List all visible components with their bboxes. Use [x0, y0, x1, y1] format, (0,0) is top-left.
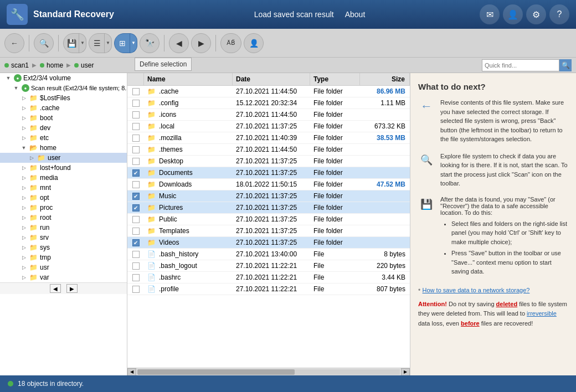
prev-button[interactable]: ◀: [169, 33, 189, 53]
breadcrumb-user[interactable]: user: [74, 61, 94, 69]
list-button[interactable]: ☰: [89, 33, 105, 53]
file-list-header: Name Date Type Size: [127, 73, 410, 86]
file-check-videos[interactable]: ✔: [127, 239, 144, 246]
file-check-pictures[interactable]: ✔: [127, 204, 144, 212]
tree-item-sys[interactable]: ▷ 📁 sys: [0, 243, 127, 252]
file-check-bash-logout[interactable]: [127, 262, 144, 270]
file-name-bashrc[interactable]: 📄.bashrc: [144, 272, 233, 283]
file-name-downloads[interactable]: 📁Downloads: [144, 179, 233, 190]
attention-irreversible: irreversible: [527, 310, 557, 317]
file-type-videos: File folder: [310, 237, 360, 248]
col-header-size[interactable]: Size: [360, 73, 410, 85]
file-check-music[interactable]: ✔: [127, 193, 144, 200]
file-check-cache[interactable]: [127, 88, 144, 95]
file-name-desktop[interactable]: 📁Desktop: [144, 156, 233, 167]
file-check-documents[interactable]: ✔: [127, 169, 144, 177]
file-name-themes[interactable]: 📁.themes: [144, 144, 233, 155]
file-check-profile[interactable]: [127, 286, 144, 293]
tree-item-ext234[interactable]: ▼ ● Ext2/3/4 volume: [0, 73, 127, 83]
tree-scroll-left[interactable]: ◀: [50, 284, 61, 293]
file-name-profile[interactable]: 📄.profile: [144, 283, 233, 295]
file-name-config[interactable]: 📁.config: [144, 97, 233, 109]
file-name-public[interactable]: 📁Public: [144, 214, 233, 225]
file-check-public[interactable]: [127, 216, 144, 223]
save-button[interactable]: 💾: [63, 33, 80, 53]
define-selection-popup[interactable]: Define selection: [135, 58, 192, 71]
file-name-pictures[interactable]: 📁Pictures: [144, 202, 233, 213]
file-name-icons[interactable]: 📁.icons: [144, 109, 233, 120]
help-button[interactable]: ?: [549, 4, 569, 24]
file-name-bash-logout[interactable]: 📄.bash_logout: [144, 260, 233, 271]
tree-item-dev[interactable]: ▷ 📁 dev: [0, 123, 127, 133]
file-name-templates[interactable]: 📁Templates: [144, 225, 233, 236]
file-check-config[interactable]: [127, 100, 144, 107]
person-button[interactable]: 👤: [244, 33, 264, 53]
file-check-downloads[interactable]: [127, 181, 144, 188]
message-button[interactable]: ✉: [480, 4, 500, 24]
tree-scroll-right[interactable]: ▶: [66, 284, 78, 293]
network-storage-link[interactable]: How to save data to a network storage?: [423, 287, 530, 293]
scroll-right-arrow[interactable]: ▶: [401, 368, 410, 376]
ab-button[interactable]: ÄB̈: [220, 33, 241, 53]
folder-icon-var: 📁: [29, 274, 38, 281]
tree-item-usr[interactable]: ▷ 📁 usr: [0, 262, 127, 272]
quick-find-button[interactable]: 🔍: [559, 59, 572, 71]
tree-item-user[interactable]: ▷ 📁 user: [0, 153, 127, 163]
scan-button[interactable]: 🔍: [34, 33, 54, 53]
tree-item-var[interactable]: ▷ 📁 var: [0, 272, 127, 282]
file-size-bash-history: 8 bytes: [360, 249, 410, 260]
tree-item-cache[interactable]: ▷ 📁 .cache: [0, 103, 127, 113]
view-arrow[interactable]: ▼: [130, 33, 137, 53]
file-check-mozilla[interactable]: [127, 135, 144, 142]
file-name-bash-history[interactable]: 📄.bash_history: [144, 249, 233, 260]
file-name-videos[interactable]: 📁Videos: [144, 237, 233, 248]
tree-item-home[interactable]: ▼ 📂 home: [0, 143, 127, 153]
tree-item-etc[interactable]: ▷ 📁 etc: [0, 133, 127, 143]
tree-item-lostfiles[interactable]: ▷ 📁 $LostFiles: [0, 93, 127, 103]
load-scan-link[interactable]: Load saved scan result: [254, 10, 334, 19]
breadcrumb-home[interactable]: home: [40, 61, 63, 69]
file-name-documents[interactable]: 📁Documents: [144, 167, 233, 178]
col-header-type[interactable]: Type: [310, 73, 360, 85]
file-check-desktop[interactable]: [127, 158, 144, 165]
file-icon: 📄: [147, 285, 156, 293]
file-name-cache[interactable]: 📁.cache: [144, 86, 233, 97]
file-check-templates[interactable]: [127, 228, 144, 235]
tree-item-boot[interactable]: ▷ 📁 boot: [0, 113, 127, 123]
tree-item-scan-result[interactable]: ▼ ● Scan result (Ext2/3/4 file system; 8…: [0, 83, 127, 93]
file-check-themes[interactable]: [127, 146, 144, 153]
tree-item-proc[interactable]: ▷ 📁 proc: [0, 203, 127, 213]
file-check-local[interactable]: [127, 123, 144, 130]
file-name-mozilla[interactable]: 📁.mozilla: [144, 132, 233, 143]
tree-item-media[interactable]: ▷ 📁 media: [0, 173, 127, 183]
user-button[interactable]: 👤: [503, 4, 523, 24]
tree-item-srv[interactable]: ▷ 📁 srv: [0, 233, 127, 243]
tree-item-tmp[interactable]: ▷ 📁 tmp: [0, 252, 127, 262]
file-check-bash-history[interactable]: [127, 251, 144, 258]
scroll-thumb[interactable]: [137, 369, 295, 375]
settings-button[interactable]: ⚙: [526, 4, 546, 24]
list-arrow[interactable]: ▼: [104, 33, 112, 53]
save-arrow[interactable]: ▼: [79, 33, 86, 53]
tree-item-opt[interactable]: ▷ 📁 opt: [0, 193, 127, 203]
col-header-date[interactable]: Date: [233, 73, 310, 85]
col-header-name[interactable]: Name: [144, 73, 233, 85]
file-name-music[interactable]: 📁Music: [144, 190, 233, 202]
file-check-bashrc[interactable]: [127, 274, 144, 281]
binoculars-button[interactable]: 🔭: [140, 33, 160, 53]
file-size-themes: [360, 148, 410, 151]
view-button[interactable]: ⊞: [114, 33, 131, 53]
file-check-icons[interactable]: [127, 111, 144, 118]
tree-item-lostfound[interactable]: ▷ 📁 lost+found: [0, 163, 127, 173]
file-name-local[interactable]: 📁.local: [144, 121, 233, 132]
quick-find-input[interactable]: [482, 59, 559, 71]
tree-item-run[interactable]: ▷ 📁 run: [0, 223, 127, 233]
tree-item-root[interactable]: ▷ 📁 root: [0, 213, 127, 223]
breadcrumb-scan1[interactable]: scan1: [4, 61, 29, 69]
back-button[interactable]: ←: [4, 33, 24, 53]
scroll-track[interactable]: [137, 369, 400, 375]
scroll-left-arrow[interactable]: ◀: [127, 368, 136, 376]
tree-item-mnt[interactable]: ▷ 📁 mnt: [0, 183, 127, 193]
next-button[interactable]: ▶: [191, 33, 211, 53]
about-link[interactable]: About: [345, 10, 366, 19]
